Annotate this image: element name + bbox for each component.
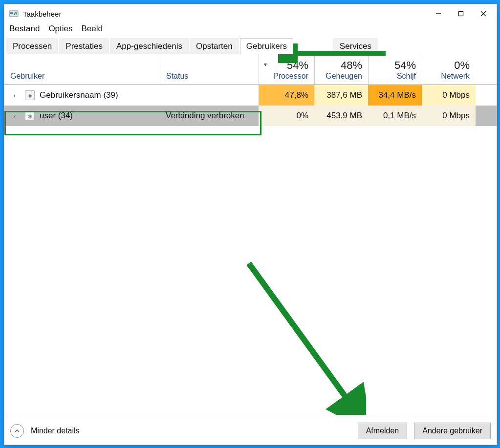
- menu-view[interactable]: Beeld: [82, 24, 103, 34]
- user-cpu: 0%: [296, 111, 308, 121]
- user-disk: 34,4 MB/s: [378, 90, 416, 100]
- col-header-mem-pct: 48%: [321, 59, 362, 72]
- col-header-disk-pct: 54%: [374, 59, 416, 72]
- col-header-disk[interactable]: 54% Schijf: [368, 54, 422, 85]
- menu-bar: Bestand Opties Beeld: [4, 23, 497, 38]
- menu-file[interactable]: Bestand: [9, 24, 40, 34]
- column-headers: Gebruiker Status ▾ 54% Processor 48% Geh…: [4, 54, 497, 85]
- user-net: 0 Mbps: [442, 111, 470, 121]
- user-mem: 453,9 MB: [326, 111, 362, 121]
- tab-users[interactable]: Gebruikers: [240, 38, 293, 54]
- user-icon: ◉: [25, 90, 35, 100]
- user-name: Gebruikersnaam (39): [40, 90, 118, 100]
- tab-performance[interactable]: Prestaties: [59, 38, 109, 54]
- col-header-net-label: Netwerk: [428, 72, 470, 81]
- expand-icon[interactable]: ›: [13, 92, 20, 99]
- minimize-button[interactable]: [427, 4, 450, 23]
- user-mem: 387,6 MB: [326, 90, 362, 100]
- window-title: Taakbeheer: [23, 10, 61, 18]
- maximize-button[interactable]: [450, 4, 472, 23]
- tab-startup[interactable]: Opstarten: [190, 38, 239, 54]
- chevron-down-icon: ▾: [264, 61, 267, 68]
- rows-container: › ◉ Gebruikersnaam (39) 47,8% 387,6 MB 3…: [4, 85, 497, 417]
- user-row[interactable]: › ◉ Gebruikersnaam (39) 47,8% 387,6 MB 3…: [4, 85, 497, 106]
- user-row[interactable]: › ◉ user (34) Verbinding verbroken 0% 45…: [4, 106, 497, 126]
- switch-user-button[interactable]: Andere gebruiker: [414, 423, 491, 439]
- tab-strip: Processen Prestaties App-geschiedenis Op…: [4, 38, 497, 54]
- user-icon: ◉: [25, 111, 35, 121]
- col-header-memory[interactable]: 48% Geheugen: [314, 54, 368, 85]
- titlebar[interactable]: Taakbeheer: [4, 4, 497, 23]
- col-header-status[interactable]: Status: [160, 54, 259, 85]
- svg-rect-1: [10, 12, 13, 13]
- sign-out-button[interactable]: Afmelden: [358, 423, 408, 439]
- fewer-details-toggle[interactable]: [10, 424, 24, 438]
- expand-icon[interactable]: ›: [13, 112, 20, 120]
- col-header-network[interactable]: 0% Netwerk: [422, 54, 476, 85]
- col-header-disk-label: Schijf: [374, 72, 416, 81]
- close-button[interactable]: [472, 4, 495, 23]
- tab-processes[interactable]: Processen: [6, 38, 58, 54]
- user-disk: 0,1 MB/s: [383, 111, 416, 121]
- svg-rect-4: [459, 12, 463, 16]
- svg-rect-2: [10, 13, 13, 14]
- col-header-user-label: Gebruiker: [10, 72, 154, 81]
- user-name: user (34): [40, 111, 73, 121]
- footer-bar: Minder details Afmelden Andere gebruiker: [4, 417, 497, 445]
- tab-app-history[interactable]: App-geschiedenis: [110, 38, 189, 54]
- col-header-cpu-label: Processor: [265, 72, 308, 81]
- col-header-user[interactable]: Gebruiker: [4, 54, 160, 85]
- user-cpu: 47,8%: [285, 90, 308, 100]
- col-header-status-label: Status: [166, 72, 253, 81]
- task-manager-icon: [8, 8, 19, 19]
- users-grid: Gebruiker Status ▾ 54% Processor 48% Geh…: [4, 54, 497, 417]
- user-net: 0 Mbps: [442, 90, 470, 100]
- col-header-net-pct: 0%: [428, 59, 470, 72]
- task-manager-window: Taakbeheer Bestand Opties Beeld Processe…: [4, 4, 497, 445]
- col-header-cpu[interactable]: ▾ 54% Processor: [259, 54, 314, 85]
- col-header-cpu-pct: 54%: [265, 59, 308, 72]
- col-header-mem-label: Geheugen: [321, 72, 362, 81]
- menu-options[interactable]: Opties: [48, 24, 72, 34]
- fewer-details-label[interactable]: Minder details: [31, 427, 80, 435]
- tab-services[interactable]: Services: [333, 38, 378, 54]
- user-status: Verbinding verbroken: [166, 111, 244, 121]
